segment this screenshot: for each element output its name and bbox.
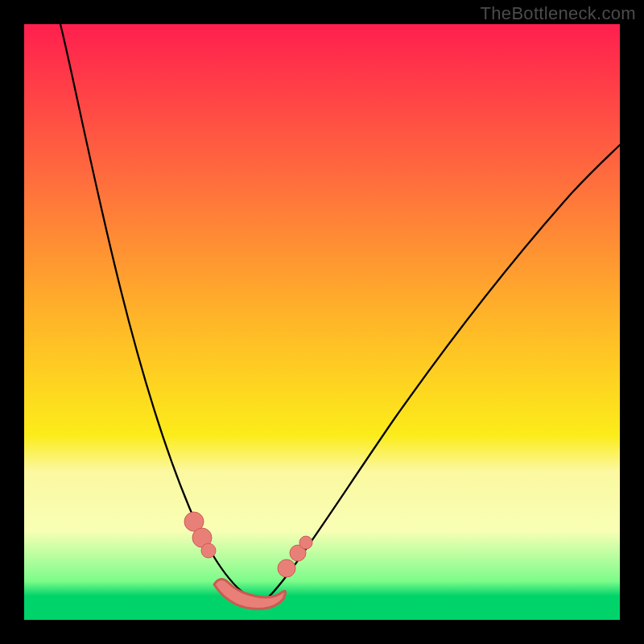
marker-left-3	[201, 543, 216, 558]
marker-right-3	[299, 536, 312, 549]
watermark-text: TheBottleneck.com	[481, 3, 636, 24]
stage: TheBottleneck.com	[0, 0, 644, 644]
left-curve	[60, 24, 264, 601]
valley-blob	[214, 579, 286, 609]
marker-right-1	[278, 559, 295, 577]
chart-svg	[24, 24, 620, 620]
right-curve	[264, 145, 620, 601]
plot-area	[24, 24, 620, 620]
